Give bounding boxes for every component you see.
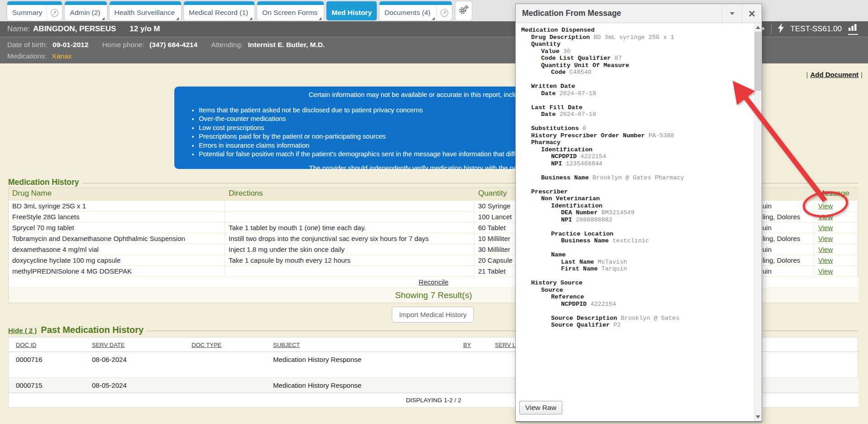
home-phone-value: (347) 684-4214 [149,41,197,48]
field-label: Last Fill Date [531,104,582,111]
detail-line: Code C48540 [521,69,748,76]
add-document-link[interactable]: Add Document [810,71,858,78]
view-message-link[interactable]: View [818,246,833,253]
field-value: BD 3mL syringe 25G x 1 [594,34,674,41]
document-row-cell[interactable] [456,352,488,377]
document-row-cell[interactable]: 0000715 [9,377,85,393]
column-header-subject[interactable]: SUBJECT [266,337,456,352]
dob-label: Date of birth: [7,41,48,48]
dropdown-fold-icon [249,17,252,20]
field-value: P2 [614,322,621,328]
column-header-drug-name[interactable]: Drug Name [9,188,225,200]
attending-value: Internist E. Butler, M.D. [248,41,325,48]
blank-line [521,76,748,83]
column-header-doc-type[interactable]: DOC TYPE [184,337,266,352]
dropdown-fold-icon [176,17,179,20]
settings-button[interactable] [456,1,472,20]
dialog-close-button[interactable]: × [742,4,762,23]
scroll-up-icon[interactable] [754,23,762,31]
blank-line [521,223,748,231]
tab-on-screen-forms[interactable]: On Screen Forms [257,1,324,20]
detail-line: Practice Location [521,231,748,238]
column-header-by[interactable]: BY [456,337,488,352]
modal-text: Medication DispensedDrug Description BD … [516,23,762,329]
detail-line: Name [521,251,748,259]
medications-value[interactable]: Xanax [52,52,72,60]
detail-line: Identification [521,202,748,210]
tab-label: Admin (2) [70,9,100,17]
document-row-cell[interactable]: 0000716 [9,352,85,377]
view-message-link[interactable]: View [818,213,833,221]
column-header-serv-date[interactable]: SERV DATE [85,337,184,352]
cell-directions: Take 1 tablet by mouth 1 (one) time each… [225,222,475,233]
scroll-down-icon[interactable] [754,414,762,421]
patient-name: ABINGDON, PERSEUS [33,24,116,34]
dialog-title: Medication From Message [516,9,621,18]
column-header-message[interactable]: Message [815,188,858,200]
scrollbar-thumb[interactable] [755,32,761,91]
cell-by-fragment: ling, Dolores [762,233,815,244]
popout-button[interactable]: ↗ [436,5,452,20]
tab-admin-2[interactable]: Admin (2) [65,1,106,20]
cell-drug-name: dexamethasone 4 mg/ml vial [9,244,225,255]
tab-med-history[interactable]: Med History [326,1,377,20]
blank-line [521,245,748,252]
tab-accent-strip [184,1,254,5]
add-document-row: |Add Document| [806,71,863,78]
blank-line [521,97,748,104]
detail-line: Date 2024-07-18 [521,111,748,118]
view-message-link[interactable]: View [818,267,833,275]
document-row-cell[interactable] [456,377,488,393]
field-label: NCPDPID [551,153,577,160]
field-label: DEA Number [561,209,598,216]
dropdown-fold-icon [102,17,105,20]
pipe-left: | [806,71,808,78]
column-header-doc-id[interactable]: DOC ID [9,337,85,352]
dialog-collapse-button[interactable] [722,4,742,23]
document-row-cell[interactable]: Medication History Response [266,352,456,377]
view-message-link[interactable]: View [818,202,833,210]
document-row-cell[interactable]: 08-05-2024 [85,377,184,393]
cell-message: View [815,200,858,211]
cell-directions: Inject 1.8 mg under the skin once daily [225,244,475,255]
cell-directions [225,211,475,222]
cell-drug-name: Tobramycin and Dexamethasone Ophthalmic … [9,233,225,244]
document-row-cell[interactable]: 08-06-2024 [85,352,184,377]
field-label: Written Date [531,83,575,90]
view-message-link[interactable]: View [818,235,833,242]
detail-line: History Source [521,279,748,287]
view-raw-button[interactable]: View Raw [519,401,562,414]
chart-icon[interactable] [848,24,858,35]
reconcile-link[interactable]: Reconcile [419,278,449,286]
dialog-scrollbar[interactable] [754,23,762,421]
cell-by-fragment: uin [762,265,815,276]
detail-line: Business Name testclinic [521,237,748,245]
tab-accent-strip [7,1,62,5]
import-medical-history-button[interactable]: Import Medical History [392,307,474,323]
banner-icons: TEST-SS61.00 [754,23,858,35]
detail-line: Last Name McTavish [521,259,748,266]
tab-medical-record-1[interactable]: Medical Record (1) [184,1,254,20]
detail-line: Prescriber [521,188,748,196]
view-message-link[interactable]: View [818,256,833,264]
blank-line [521,181,748,188]
column-header-directions[interactable]: Directions [225,188,475,200]
document-row-cell[interactable]: Medication History Response [266,377,456,393]
field-label: Business Name [541,174,589,181]
hide-link[interactable]: Hide ( 2 ) [8,327,37,334]
blank-line [521,273,748,280]
tab-health-surveillance[interactable]: Health Surveillance [110,1,182,20]
tab-summary[interactable]: Summary↗ [7,1,62,20]
detail-line: Source [521,287,748,294]
popout-button[interactable]: ↗ [47,5,62,20]
document-row-cell[interactable] [184,377,266,393]
document-row-cell[interactable] [184,352,266,377]
cell-message: View [815,255,858,265]
detail-line: DEA Number BM3214549 [521,209,748,217]
tab-documents-4[interactable]: Documents (4)↗ [379,1,452,20]
column-header-hidden[interactable] [762,188,815,200]
field-value: 2888888882 [575,217,612,223]
view-message-link[interactable]: View [818,224,833,231]
lightning-icon[interactable] [778,23,784,35]
dialog-titlebar[interactable]: Medication From Message × [516,4,762,23]
